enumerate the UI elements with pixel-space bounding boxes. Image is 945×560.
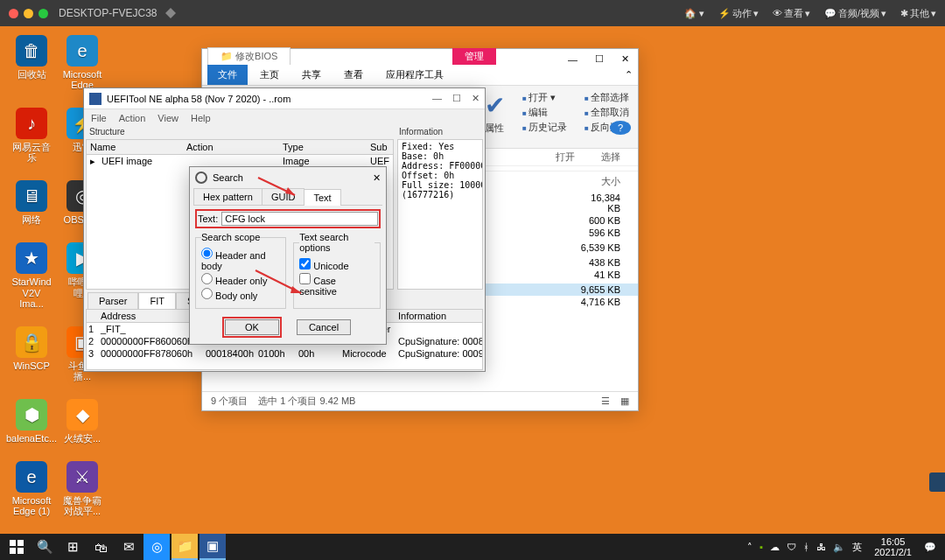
explorer-titlebar: 📁 修改BIOS — [207, 47, 290, 65]
search-icon[interactable]: 🔍 — [32, 534, 58, 560]
menu-action[interactable]: Action — [119, 113, 146, 123]
maximize-button[interactable]: ☐ — [452, 93, 461, 104]
maximize-button[interactable]: ☐ — [586, 53, 612, 65]
desktop-icon[interactable]: ⚔魔兽争霸对战平... — [61, 461, 103, 516]
menu-home-icon[interactable]: 🏠 ▾ — [684, 7, 704, 20]
tab-hex[interactable]: Hex pattern — [193, 188, 262, 205]
security-icon[interactable]: 🛡 — [787, 542, 796, 552]
help-button[interactable]: ? — [610, 121, 631, 135]
host-name: DESKTOP-FVEJC38 — [59, 7, 157, 19]
desktop-icon[interactable]: ★StarWind V2V Ima... — [10, 242, 52, 308]
structure-label: Structure — [89, 127, 125, 136]
checkmark-icon: ✔ — [485, 91, 505, 120]
ribbon-select-none[interactable]: 全部取消 — [584, 106, 629, 119]
ime-icon[interactable]: 英 — [852, 541, 862, 554]
tab-parser[interactable]: Parser — [88, 292, 138, 309]
tab-text[interactable]: Text — [304, 189, 340, 206]
ribbon-select-all[interactable]: 全部选择 — [584, 91, 629, 104]
remote-menu: 🏠 ▾ ⚡ 动作 ▾ 👁 查看 ▾ 💬 音频/视频 ▾ ✱ 其他 ▾ — [684, 7, 936, 20]
side-notification-tab[interactable] — [929, 472, 945, 492]
explorer-statusbar: 9 个项目 选中 1 个项目 9.42 MB ☰ ▦ — [202, 391, 638, 410]
ribbon-tabs: 文件 主页 共享 查看 应用程序工具 ⌃ ? — [202, 65, 638, 86]
menu-help[interactable]: Help — [191, 113, 211, 123]
uefitool-title: UEFITool NE alpha 58 (Nov 7 2020) - ..ro… — [107, 94, 290, 104]
close-button[interactable]: ✕ — [472, 93, 480, 104]
uefitool-menu: File Action View Help — [84, 109, 485, 127]
volume-icon[interactable]: 🔈 — [833, 542, 845, 553]
menu-actions[interactable]: ⚡ 动作 ▾ — [718, 7, 759, 20]
svg-rect-4 — [10, 540, 16, 546]
view-details-icon[interactable]: ☰ — [601, 396, 610, 407]
svg-rect-5 — [18, 540, 24, 546]
cancel-button[interactable]: Cancel — [297, 319, 351, 335]
macos-titlebar: DESKTOP-FVEJC38 🏠 ▾ ⚡ 动作 ▾ 👁 查看 ▾ 💬 音频/视… — [0, 0, 945, 26]
network-icon[interactable]: 🖧 — [816, 542, 826, 552]
ribbon-expand-icon[interactable]: ⌃ — [620, 69, 638, 80]
menu-av[interactable]: 💬 音频/视频 ▾ — [824, 7, 886, 20]
desktop-icon[interactable]: eMicrosoft Edge (1) — [10, 461, 52, 516]
ribbon-tab-file[interactable]: 文件 — [207, 65, 248, 85]
desktop-icon[interactable]: 🔒WinSCP — [10, 326, 52, 382]
annotation-arrow-2 — [252, 267, 313, 298]
search-title: Search — [213, 172, 243, 183]
zoom-dot[interactable] — [38, 9, 48, 18]
svg-rect-7 — [18, 548, 24, 554]
text-label: Text: — [198, 214, 218, 224]
menu-other[interactable]: ✱ 其他 ▾ — [900, 7, 936, 20]
information-panel: Fixed: Yes Base: 0h Address: FF000000h O… — [397, 139, 483, 290]
ribbon-open-group: 打开 ▾ 编辑 历史记录 — [522, 91, 567, 134]
taskview-icon[interactable]: ⊞ — [60, 534, 86, 560]
ribbon-properties[interactable]: ✔ 属性 — [485, 91, 505, 135]
minimize-button[interactable]: — — [432, 93, 442, 104]
desktop-icon[interactable]: eMicrosoft Edge — [61, 35, 103, 90]
notifications-icon[interactable]: 💬 — [924, 542, 936, 553]
svg-marker-1 — [285, 187, 295, 195]
teamviewer-icon[interactable]: ◎ — [144, 534, 170, 560]
tray-chevron-icon[interactable]: ˄ — [747, 542, 752, 553]
close-button[interactable]: ✕ — [373, 172, 381, 184]
desktop-icon[interactable]: 🗑回收站 — [10, 35, 52, 90]
annotation-arrow-1 — [256, 174, 309, 200]
ribbon-tab-home[interactable]: 主页 — [249, 65, 290, 85]
bluetooth-icon[interactable]: ᚼ — [803, 542, 809, 552]
uefitool-taskbar-icon[interactable]: ▣ — [200, 534, 226, 560]
information-label: Information — [399, 127, 443, 136]
mail-icon[interactable]: ✉ — [116, 534, 142, 560]
menu-view[interactable]: 👁 查看 ▾ — [773, 7, 810, 20]
clock[interactable]: 16:05 2021/2/1 — [869, 536, 917, 557]
nvidia-icon[interactable]: ▪ — [760, 542, 763, 552]
tab-fit[interactable]: FIT — [138, 292, 176, 309]
explorer-tab-manage[interactable]: 管理 — [452, 48, 496, 65]
ribbon-tab-apptools[interactable]: 应用程序工具 — [375, 65, 454, 85]
menu-file[interactable]: File — [91, 113, 107, 123]
desktop-icon[interactable]: 🖥网络 — [10, 180, 52, 225]
minimize-dot[interactable] — [24, 9, 33, 18]
store-icon[interactable]: 🛍 — [88, 534, 114, 560]
taskbar: 🔍 ⊞ 🛍 ✉ ◎ 📁 ▣ ˄ ▪ ☁ 🛡 ᚼ 🖧 🔈 英 16:05 2021… — [0, 534, 945, 560]
desktop-icon[interactable]: ♪网易云音乐 — [10, 108, 52, 163]
ok-button[interactable]: OK — [225, 319, 279, 335]
close-dot[interactable] — [9, 9, 18, 18]
ribbon-tab-share[interactable]: 共享 — [291, 65, 332, 85]
svg-rect-6 — [10, 548, 16, 554]
window-controls — [9, 9, 48, 18]
onedrive-icon[interactable]: ☁ — [770, 542, 780, 553]
connection-icon — [164, 6, 178, 20]
fit-row[interactable]: 300000000FF878060h00018400h0100h00hMicro… — [87, 347, 482, 360]
search-text-input[interactable] — [221, 212, 378, 226]
desktop-icon[interactable]: ◆火绒安... — [61, 399, 103, 444]
close-button[interactable]: ✕ — [612, 53, 638, 65]
ribbon-open[interactable]: 打开 ▾ — [522, 91, 567, 104]
svg-marker-3 — [290, 286, 301, 293]
minimize-button[interactable]: — — [559, 54, 586, 65]
ribbon-tab-view[interactable]: 查看 — [333, 65, 374, 85]
desktop-icon[interactable]: ⬢balenaEtc... — [10, 399, 52, 444]
gear-icon — [195, 172, 207, 184]
menu-view[interactable]: View — [158, 113, 178, 123]
view-icons-icon[interactable]: ▦ — [620, 396, 629, 407]
app-icon — [89, 93, 102, 105]
ribbon-history[interactable]: 历史记录 — [522, 121, 567, 134]
ribbon-edit[interactable]: 编辑 — [522, 106, 567, 119]
start-button[interactable] — [4, 534, 30, 560]
explorer-taskbar-icon[interactable]: 📁 — [172, 534, 198, 560]
